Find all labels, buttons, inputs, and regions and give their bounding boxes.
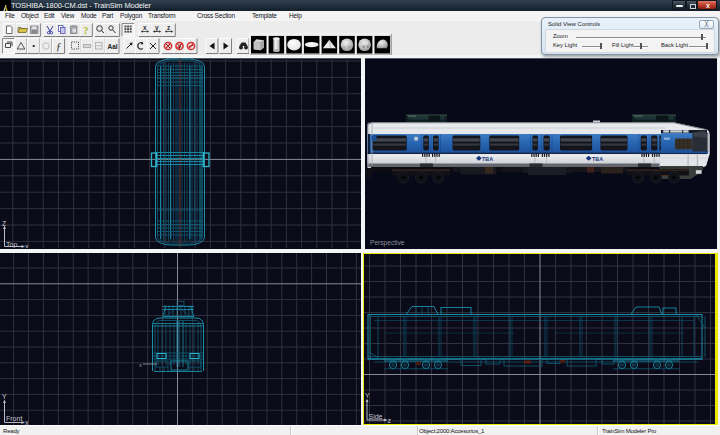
- svg-text:Y: Y: [365, 392, 370, 399]
- svg-text:TBA: TBA: [592, 156, 603, 162]
- svg-text:Side: Side: [369, 413, 383, 420]
- svg-text:?: ?: [83, 25, 88, 36]
- svg-text:x: x: [139, 361, 142, 367]
- svg-text:ƒ: ƒ: [56, 41, 61, 52]
- svg-text:TBA: TBA: [482, 156, 493, 162]
- svg-text:Front: Front: [6, 415, 22, 422]
- svg-text:x: x: [143, 24, 147, 31]
- svg-text:x: x: [25, 243, 29, 248]
- svg-text:Y: Y: [2, 393, 7, 400]
- svg-text:y: y: [155, 24, 159, 32]
- svg-text:z: z: [388, 417, 392, 424]
- svg-text:Perspective: Perspective: [370, 239, 405, 247]
- svg-text:Aal: Aal: [108, 43, 118, 50]
